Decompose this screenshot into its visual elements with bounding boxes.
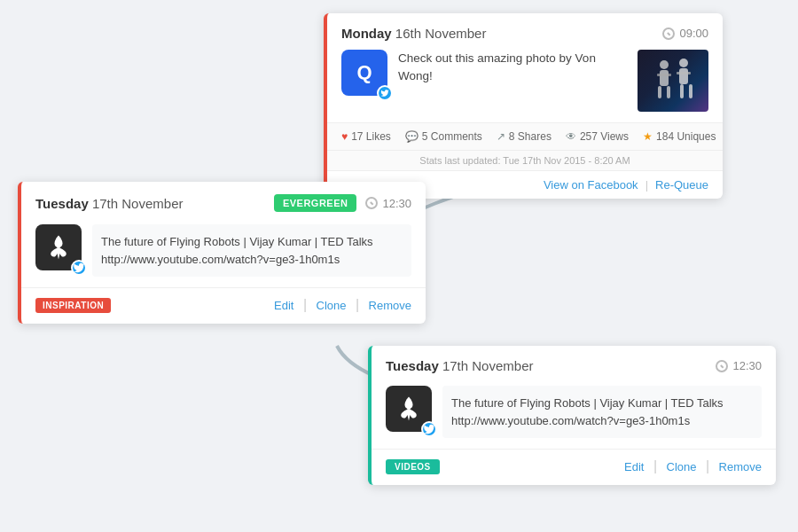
svg-point-8 [679, 59, 688, 67]
evergreen-badge: EVERGREEN [274, 194, 357, 212]
stat-views: 👁 257 Views [566, 130, 629, 143]
monday-date: Monday 16th November [341, 26, 486, 41]
svg-rect-6 [658, 86, 661, 98]
likes-value: 17 Likes [351, 130, 391, 143]
fleur-de-lis-icon-2 [395, 395, 422, 422]
svg-rect-10 [677, 72, 691, 74]
star-icon: ★ [643, 130, 653, 143]
stats-updated-text: Stats last updated: Tue 17th Nov 2015 - … [327, 150, 723, 170]
tuesday-right-date-label: Tuesday [386, 358, 439, 373]
views-value: 257 Views [580, 130, 629, 143]
comments-value: 5 Comments [422, 130, 482, 143]
view-on-facebook-link[interactable]: View on Facebook [544, 178, 638, 192]
tuesday-left-footer: INSPIRATION Edit | Clone | Remove [21, 287, 426, 324]
twitter-icon [380, 89, 389, 98]
monday-card: Monday 16th November 09:00 Q Check out t… [324, 13, 723, 199]
monday-post-image [638, 50, 708, 112]
tuesday-left-edit-actions: Edit | Clone | Remove [274, 297, 411, 313]
twitter-badge [377, 85, 393, 101]
svg-point-3 [660, 60, 669, 69]
svg-rect-12 [689, 84, 692, 98]
tuesday-left-header: Tuesday 17th November EVERGREEN 12:30 [21, 182, 426, 221]
tuesday-right-card: Tuesday 17th November 12:30 The future o… [368, 346, 776, 485]
tuesday-right-time-wrap: 12:30 [716, 359, 762, 372]
concert-image [646, 54, 700, 107]
monday-avatar: Q [341, 50, 387, 96]
tuesday-left-date: Tuesday 17th November [35, 196, 183, 211]
monday-content: Q Check out this amazing photo by Von Wo… [327, 50, 723, 122]
twitter-icon-2 [73, 254, 85, 281]
tuesday-left-card: Tuesday 17th November EVERGREEN 12:30 Th… [18, 182, 426, 324]
svg-rect-11 [680, 84, 684, 98]
monday-post-text: Check out this amazing photo by Von Wong… [398, 50, 627, 86]
tuesday-right-content: The future of Flying Robots | Vijay Kuma… [372, 382, 776, 449]
monday-time: 09:00 [679, 27, 708, 40]
monday-stats-bar: ♥ 17 Likes 💬 5 Comments ↗ 8 Shares 👁 257… [327, 122, 723, 150]
svg-rect-13 [57, 246, 60, 248]
svg-rect-7 [667, 86, 670, 98]
twitter-badge-2 [71, 260, 87, 276]
tuesday-right-date-rest: 17th November [439, 358, 534, 373]
requeue-link[interactable]: Re-Queue [655, 178, 708, 192]
inspiration-tag: INSPIRATION [35, 298, 111, 313]
clock-icon-3 [716, 360, 728, 372]
videos-tag: VIDEOS [386, 459, 440, 474]
twitter-badge-3 [421, 421, 437, 437]
clock-icon-2 [365, 197, 378, 209]
comment-icon: 💬 [405, 130, 419, 143]
stat-shares: ↗ 8 Shares [497, 130, 552, 143]
tuesday-right-date: Tuesday 17th November [386, 358, 533, 373]
twitter-icon-3 [423, 416, 435, 442]
eye-icon: 👁 [566, 130, 576, 143]
tuesday-left-time-wrap: 12:30 [365, 197, 411, 210]
svg-rect-14 [407, 408, 411, 410]
edit-link[interactable]: Edit [274, 299, 293, 312]
tuesday-left-date-rest: 17th November [89, 196, 184, 211]
tuesday-right-edit-actions: Edit | Clone | Remove [624, 458, 762, 474]
tuesday-left-content: The future of Flying Robots | Vijay Kuma… [21, 221, 426, 287]
remove-link[interactable]: Remove [369, 299, 411, 312]
edit-link-2[interactable]: Edit [624, 460, 644, 473]
tuesday-right-footer: VIDEOS Edit | Clone | Remove [372, 449, 776, 485]
svg-rect-4 [660, 70, 669, 86]
heart-icon: ♥ [341, 130, 348, 143]
svg-rect-5 [657, 74, 671, 76]
monday-card-header: Monday 16th November 09:00 [327, 13, 723, 50]
shares-value: 8 Shares [509, 130, 552, 143]
tuesday-right-header: Tuesday 17th November 12:30 [372, 346, 776, 382]
svg-rect-9 [679, 68, 688, 84]
clone-link[interactable]: Clone [317, 299, 347, 312]
monday-time-wrap: 09:00 [662, 27, 708, 40]
fleur-de-lis-icon [45, 234, 72, 261]
stat-likes: ♥ 17 Likes [341, 130, 391, 143]
tuesday-right-time: 12:30 [732, 359, 762, 372]
tuesday-left-post-text: The future of Flying Robots | Vijay Kuma… [92, 224, 411, 277]
tuesday-left-date-label: Tuesday [35, 196, 89, 211]
clock-icon [662, 27, 675, 40]
tuesday-left-avatar [35, 224, 82, 270]
stat-uniques: ★ 184 Uniques [643, 130, 716, 143]
share-icon: ↗ [497, 130, 505, 143]
stat-comments: 💬 5 Comments [405, 130, 482, 143]
monday-date-rest: 16th November [392, 26, 487, 41]
tuesday-left-time: 12:30 [382, 197, 411, 210]
uniques-value: 184 Uniques [656, 130, 716, 143]
clone-link-2[interactable]: Clone [667, 460, 697, 473]
monday-date-label: Monday [341, 26, 392, 41]
tuesday-right-post-text: The future of Flying Robots | Vijay Kuma… [442, 386, 762, 438]
remove-link-2[interactable]: Remove [719, 460, 762, 473]
tuesday-right-avatar [386, 386, 432, 432]
